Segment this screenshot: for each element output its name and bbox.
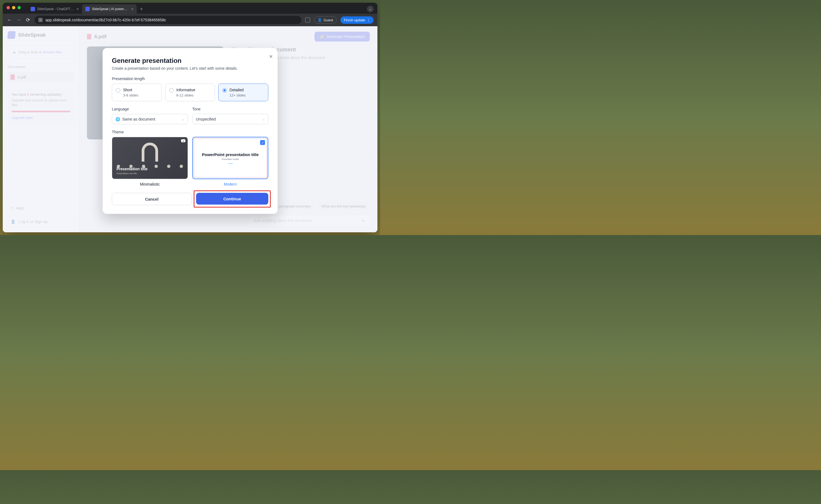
option-subtitle: 3-8 slides: [123, 93, 138, 97]
guest-icon: 👤: [317, 18, 322, 22]
generate-modal: × Generate presentation Create a present…: [103, 48, 277, 214]
theme-label: Theme: [112, 130, 268, 134]
length-option-detailed[interactable]: Detailed 12+ slides: [218, 84, 268, 101]
theme-minimalistic[interactable]: ● Presentation title Presentation sub ti…: [112, 137, 188, 186]
tab-close-icon[interactable]: ×: [77, 7, 79, 11]
length-label: Presentation length: [112, 77, 268, 81]
preview-subtitle: Presentation sub title: [116, 172, 183, 175]
lang-tone-row: Language 🌐 Same as document ⌄ Tone Unspe…: [112, 107, 268, 124]
tone-value: Unspecified: [196, 117, 216, 121]
window-close[interactable]: [7, 6, 10, 9]
radio-icon: [169, 88, 174, 93]
theme-name: Minimalistic: [112, 182, 188, 186]
preview-subtitle: Presentation subtitle: [221, 158, 239, 160]
language-value: Same as document: [122, 117, 155, 121]
favicon-icon: [31, 7, 35, 11]
favicon-icon: [85, 7, 90, 11]
tab-title: SlideSpeak - ChatGPT powered: [37, 7, 74, 11]
check-icon: ✓: [260, 140, 265, 145]
theme-modern[interactable]: ✓ PowerPoint presentation title Presenta…: [192, 137, 268, 186]
theme-options: ● Presentation title Presentation sub ti…: [112, 137, 268, 186]
cancel-button[interactable]: Cancel: [112, 193, 192, 205]
browser-window: SlideSpeak - ChatGPT powered × SlideSpea…: [3, 3, 377, 232]
tab-slidespeak-chatgpt[interactable]: SlideSpeak - ChatGPT powered ×: [27, 4, 82, 14]
menu-dots-icon: ⋮: [367, 18, 370, 22]
language-label: Language: [112, 107, 188, 111]
new-tab-button[interactable]: +: [137, 6, 146, 12]
language-select[interactable]: 🌐 Same as document ⌄: [112, 114, 188, 124]
tab-bar: SlideSpeak - ChatGPT powered × SlideSpea…: [27, 4, 377, 14]
option-title: Informative: [176, 88, 195, 92]
window-maximize[interactable]: [17, 6, 21, 9]
tone-select[interactable]: Unspecified ⌄: [192, 114, 268, 124]
chevron-down-icon: ⌄: [182, 117, 184, 121]
profile-button[interactable]: 👤 Guest: [314, 16, 337, 24]
length-option-informative[interactable]: Informative 8-12 slides: [165, 84, 215, 101]
app-content: SlideSpeak ☁ Drag & drop or browse files…: [3, 26, 377, 232]
option-subtitle: 12+ slides: [229, 93, 245, 97]
address-bar: ← → ⟳ ⚙ app.slidespeak.co/document/ac0b2…: [3, 14, 377, 26]
preview-accent: ● ━━━: [228, 162, 232, 164]
url-text: app.slidespeak.co/document/ac0b27c0-bb7c…: [45, 18, 166, 22]
modal-subtitle: Create a presentation based on your cont…: [112, 66, 268, 71]
forward-button[interactable]: →: [16, 17, 21, 23]
site-settings-icon[interactable]: ⚙: [38, 18, 43, 22]
theme-name: Modern: [192, 182, 268, 186]
chevron-down-icon: ⌄: [262, 117, 265, 121]
theme-tag: ●: [181, 139, 185, 142]
continue-button[interactable]: Continue: [196, 193, 268, 205]
close-icon[interactable]: ×: [269, 53, 273, 60]
modal-title: Generate presentation: [112, 57, 268, 65]
length-options: Short 3-8 slides Informative 8-12 slides…: [112, 84, 268, 101]
option-title: Detailed: [229, 88, 245, 92]
tab-slidespeak-ai[interactable]: SlideSpeak | AI powered presentation ×: [82, 4, 137, 14]
tab-title: SlideSpeak | AI powered presentation: [92, 7, 129, 11]
option-subtitle: 8-12 slides: [176, 93, 195, 97]
option-title: Short: [123, 88, 138, 92]
theme-preview: ✓ PowerPoint presentation title Presenta…: [192, 137, 268, 179]
length-option-short[interactable]: Short 3-8 slides: [112, 84, 162, 101]
tab-close-icon[interactable]: ×: [131, 7, 133, 11]
finish-update-label: Finish update: [344, 18, 365, 22]
finish-update-button[interactable]: Finish update ⋮: [340, 16, 373, 24]
modal-buttons: Cancel Continue: [112, 193, 268, 205]
guest-label: Guest: [323, 18, 333, 22]
preview-title: PowerPoint presentation title: [202, 152, 259, 157]
radio-icon: [222, 88, 227, 93]
url-input[interactable]: ⚙ app.slidespeak.co/document/ac0b27c0-bb…: [34, 16, 301, 24]
tab-overflow-button[interactable]: ⌄: [367, 6, 373, 12]
preview-title: Presentation title: [116, 167, 183, 171]
window-minimize[interactable]: [12, 6, 15, 9]
theme-preview: ● Presentation title Presentation sub ti…: [112, 137, 188, 179]
reload-button[interactable]: ⟳: [25, 17, 31, 23]
extension-icon[interactable]: [305, 17, 310, 22]
tone-label: Tone: [192, 107, 268, 111]
globe-icon: 🌐: [115, 117, 120, 121]
arch-graphic: [142, 143, 158, 162]
continue-highlight: Continue: [194, 191, 271, 208]
back-button[interactable]: ←: [7, 17, 12, 23]
radio-icon: [116, 88, 120, 93]
